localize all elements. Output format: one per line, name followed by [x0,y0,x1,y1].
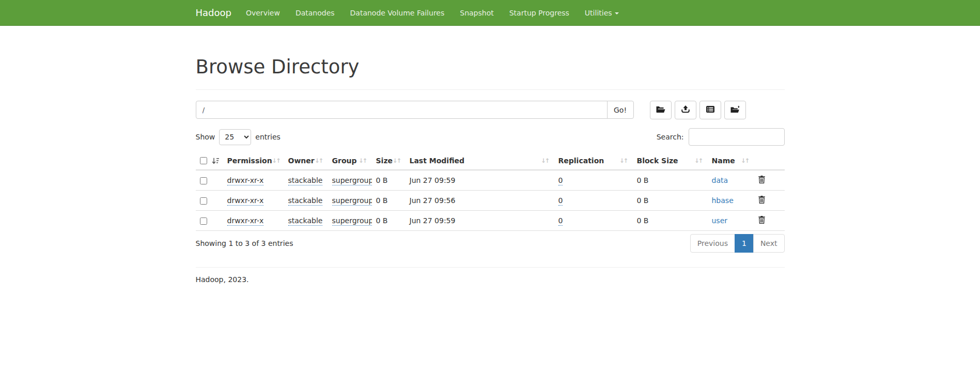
column-header-last-modified[interactable]: Last Modified↓↑ [406,152,554,170]
sort-icon: ↓↑ [694,157,703,164]
column-header-block-size[interactable]: Block Size↓↑ [633,152,708,170]
size-value: 0 B [372,211,406,231]
nav-item-snapshot[interactable]: Snapshot [452,0,501,26]
directory-actions [650,101,746,119]
path-input-group: Go! [196,101,634,119]
sort-ascending-icon [212,158,219,164]
replication-value[interactable]: 0 [558,176,563,185]
go-button[interactable]: Go! [607,101,634,119]
sort-icon: ↓↑ [359,157,367,164]
trash-icon [758,217,765,225]
delete-button[interactable] [758,196,765,204]
sort-icon: ↓↑ [393,157,401,164]
nav-item-datanode-volume-failures[interactable]: Datanode Volume Failures [343,0,453,26]
delete-button[interactable] [758,216,765,224]
trash-icon [758,197,765,205]
navbar-links: Overview Datanodes Datanode Volume Failu… [238,0,627,26]
size-value: 0 B [372,170,406,191]
list-alt-icon [706,106,714,114]
trash-icon [758,177,765,185]
replication-value[interactable]: 0 [558,196,563,206]
replication-value[interactable]: 0 [558,216,563,226]
sort-icon: ↓↑ [315,157,323,164]
file-link[interactable]: hbase [712,196,734,205]
nav-item-overview[interactable]: Overview [238,0,288,26]
folder-open-icon [656,106,665,115]
entries-label: entries [255,133,281,141]
table-search-control: Search: [657,128,785,146]
page-length-select[interactable]: 25 [219,129,251,145]
row-checkbox[interactable] [200,197,207,205]
create-directory-button[interactable] [650,101,672,119]
column-label: Last Modified [410,157,465,165]
column-header-name[interactable]: Name↓↑ [708,152,754,170]
owner-value[interactable]: stackable [288,216,323,226]
sort-icon: ↓↑ [541,157,550,164]
move-directory-button[interactable] [724,101,746,119]
block-size-value: 0 B [633,170,708,191]
footer-text: Hadoop, 2023. [196,268,785,304]
column-header-replication[interactable]: Replication↓↑ [554,152,633,170]
block-size-value: 0 B [633,211,708,231]
search-label: Search: [657,133,684,141]
file-link[interactable]: data [712,176,728,184]
permission-value[interactable]: drwxr-xr-x [227,176,264,185]
table-row: drwxr-xr-x stackable supergroup 0 B Jun … [196,211,785,231]
top-navbar: Hadoop Overview Datanodes Datanode Volum… [0,0,980,26]
pagination: Previous 1 Next [690,234,785,253]
show-label: Show [196,133,215,141]
size-value: 0 B [372,191,406,211]
nav-item-startup-progress[interactable]: Startup Progress [502,0,577,26]
owner-value[interactable]: stackable [288,196,323,206]
column-header-group[interactable]: Group↓↑ [328,152,372,170]
page-length-control: Show 25 entries [196,129,281,145]
table-row: drwxr-xr-x stackable supergroup 0 B Jun … [196,170,785,191]
permission-value[interactable]: drwxr-xr-x [227,196,264,206]
group-value[interactable]: supergroup [332,216,372,226]
pagination-previous[interactable]: Previous [690,234,735,253]
page-title: Browse Directory [196,56,785,78]
column-header-permission[interactable]: Permission↓↑ [223,152,284,170]
directory-path-input[interactable] [196,101,608,119]
caret-down-icon [615,12,619,14]
upload-icon [681,105,690,115]
navbar-brand[interactable]: Hadoop [196,7,231,18]
header-divider [196,89,785,90]
column-header-select[interactable] [196,152,223,170]
delete-button[interactable] [758,176,765,183]
last-modified-value: Jun 27 09:59 [406,170,554,191]
search-input[interactable] [689,128,785,146]
cut-paste-button[interactable] [699,101,721,119]
column-label: Block Size [637,157,678,165]
column-header-size[interactable]: Size↓↑ [372,152,406,170]
column-label: Size [376,157,393,165]
column-label: Permission [227,157,272,165]
column-header-owner[interactable]: Owner↓↑ [284,152,328,170]
column-label: Owner [288,157,315,165]
row-checkbox[interactable] [200,217,207,225]
sort-icon: ↓↑ [272,157,281,164]
directory-listing-table: Permission↓↑ Owner↓↑ Group↓↑ Size↓↑ Last… [196,152,785,231]
last-modified-value: Jun 27 09:59 [406,211,554,231]
select-all-checkbox[interactable] [200,157,207,164]
pagination-next[interactable]: Next [753,234,785,253]
nav-item-utilities-label: Utilities [585,9,612,17]
nav-item-datanodes[interactable]: Datanodes [288,0,343,26]
permission-value[interactable]: drwxr-xr-x [227,216,264,226]
column-label: Name [712,157,735,165]
column-header-actions [754,152,785,170]
pagination-page-1[interactable]: 1 [735,234,754,253]
row-checkbox[interactable] [200,177,207,184]
sort-icon: ↓↑ [619,157,628,164]
table-header-row: Permission↓↑ Owner↓↑ Group↓↑ Size↓↑ Last… [196,152,785,170]
column-label: Group [332,157,357,165]
nav-item-utilities[interactable]: Utilities [577,0,627,26]
owner-value[interactable]: stackable [288,176,323,185]
table-info: Showing 1 to 3 of 3 entries [196,239,293,247]
upload-files-button[interactable] [675,101,696,119]
last-modified-value: Jun 27 09:56 [406,191,554,211]
group-value[interactable]: supergroup [332,176,372,185]
file-link[interactable]: user [712,216,728,225]
table-row: drwxr-xr-x stackable supergroup 0 B Jun … [196,191,785,211]
group-value[interactable]: supergroup [332,196,372,206]
